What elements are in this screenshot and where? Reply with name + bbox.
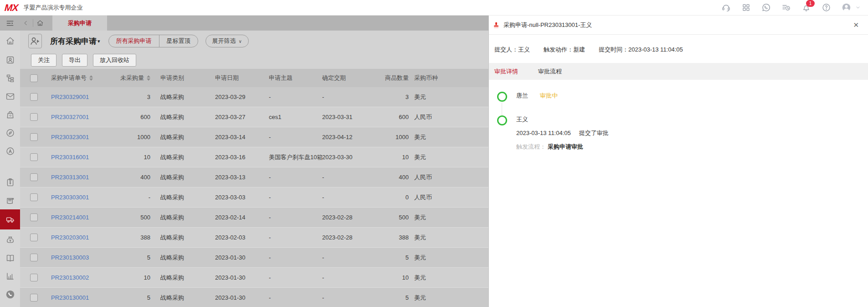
request-number-link[interactable]: PR230327001 [51,114,119,120]
table-row[interactable]: PR230214001500战略采购2023-02-14-2023-02-285… [20,208,488,228]
view-title-dropdown[interactable]: 所有采购申请▾ [50,36,100,47]
action-button-2[interactable]: 放入回收站 [93,54,136,67]
sidebar-item-home[interactable] [0,31,20,50]
sidebar-item-order-receipt[interactable] [0,191,20,209]
whatsapp-icon[interactable] [761,3,771,12]
row-checkbox[interactable] [30,294,38,302]
column-header-label: 未采购量 [120,74,144,82]
action-button-1[interactable]: 导出 [62,54,87,67]
request-number-link[interactable]: PR230316001 [51,154,119,161]
segment-all-requests[interactable]: 所有采购申请 [109,35,159,47]
sidebar-item-service-phone[interactable] [0,285,20,303]
table-cell: 人民币 [409,113,488,121]
table-cell: 10 [375,274,409,281]
table-cell: - [322,274,375,281]
table-cell: 战略采购 [150,113,215,121]
table-row[interactable]: PR23013000210战略采购2023-01-30--10美元 [20,268,488,288]
sidebar-item-ledger-book[interactable] [0,249,20,267]
request-number-link[interactable]: PR230329001 [51,94,119,100]
sidebar-toggle-button[interactable] [0,16,20,31]
bell-icon[interactable]: 1 [801,3,811,12]
table-row[interactable]: PR2301300035战略采购2023-01-30--5美元 [20,248,488,268]
close-icon[interactable]: ✕ [851,20,861,30]
request-number-link[interactable]: PR230313001 [51,174,119,181]
product-bag-icon [5,110,15,120]
topbar-icon-group: 1 [721,3,868,12]
drawer-tab-approval-detail[interactable]: 审批详情 [494,68,518,76]
table-row[interactable]: PR230203001388战略采购2023-02-03-2023-02-283… [20,228,488,248]
table-cell: 美元 [409,234,488,242]
row-checkbox[interactable] [30,213,38,221]
table-cell: 2023-02-28 [322,234,375,241]
table-cell: - [322,194,375,201]
column-header-label: 申请日期 [215,74,239,82]
table-body: PR2303290013战略采购2023-03-29--3美元PR2303270… [20,87,488,307]
table-cell: - [269,214,322,221]
table-cell: 人民币 [409,173,488,182]
drawer-tab-approval-flow[interactable]: 审批流程 [538,68,562,76]
avatar[interactable] [842,3,851,12]
table-row[interactable]: PR23031600110战略采购2023-03-16美国客户刹车盘10箱202… [20,147,488,167]
table-row[interactable]: PR230303001-战略采购2023-03-03--0人民币 [20,187,488,208]
owner-filter-button[interactable] [28,34,42,48]
sort-icon[interactable] [147,75,150,81]
main-content: 采购申请 所有采购申请▾ 所有采购申请星标置顶 展开筛选 ∨ 关注导出放入回收站… [20,16,488,307]
sidebar-item-contacts[interactable] [0,51,20,69]
request-number-link[interactable]: PR230303001 [51,194,119,201]
request-number-link[interactable]: PR230203001 [51,234,119,241]
table-row[interactable]: PR230313001400战略采购2023-03-13--400人民币 [20,167,488,187]
meta-value: 王义 [518,46,530,53]
sidebar-item-mail[interactable] [0,87,20,105]
sidebar-item-a-circle[interactable] [0,142,20,160]
expand-filter-button[interactable]: 展开筛选 ∨ [205,35,249,47]
row-checkbox[interactable] [30,153,38,161]
table-cell: 1000 [119,134,150,140]
table-row[interactable]: PR2303290013战略采购2023-03-29--3美元 [20,87,488,107]
sidebar-item-report-chart[interactable] [0,267,20,285]
headset-icon[interactable] [721,3,731,12]
action-button-0[interactable]: 关注 [31,54,56,67]
tab-purchase-request[interactable]: 采购申请 [52,16,107,31]
sidebar-item-quotation[interactable] [0,173,20,191]
row-checkbox[interactable] [30,234,38,241]
table-cell: 2023-03-29 [215,94,269,100]
row-checkbox[interactable] [30,274,38,281]
row-checkbox[interactable] [30,113,38,121]
sort-icon[interactable] [89,75,93,81]
apps-grid-icon[interactable] [741,3,751,12]
select-all-checkbox[interactable] [30,74,38,82]
home-tab-button[interactable] [34,16,46,31]
row-checkbox[interactable] [30,173,38,181]
order-receipt-icon [5,196,15,205]
sidebar-item-procurement-truck[interactable] [0,209,20,229]
table-row[interactable]: PR230327001600战略采购2023-03-27ces12023-03-… [20,107,488,127]
meta-value: 2023-03-13 11:04:05 [628,46,683,53]
table-cell: 2023-02-28 [322,214,375,221]
row-checkbox[interactable] [30,133,38,141]
back-button[interactable] [20,16,32,31]
table-cell: 2023-04-12 [322,134,375,140]
request-number-link[interactable]: PR230214001 [51,214,119,221]
sidebar-item-compass[interactable] [0,124,20,142]
table-cell: - [322,294,375,301]
sidebar-item-product-bag[interactable] [0,105,20,124]
table-row[interactable]: PR2301300015战略采购2023-01-30--5美元 [20,288,488,307]
request-number-link[interactable]: PR230130002 [51,274,119,281]
row-checkbox[interactable] [30,193,38,201]
request-number-link[interactable]: PR230130003 [51,254,119,261]
activity-log-icon[interactable] [781,3,791,12]
row-checkbox[interactable] [30,254,38,261]
table-row[interactable]: PR2303230011000战略采购2023-03-14-2023-04-12… [20,127,488,147]
segment-starred[interactable]: 星标置顶 [159,35,198,47]
sidebar-item-finance-moneybag[interactable] [0,230,20,249]
request-number-link[interactable]: PR230130001 [51,294,119,301]
table-cell: 400 [119,174,150,181]
request-number-link[interactable]: PR230323001 [51,134,119,140]
sidebar-item-org-tree[interactable] [0,69,20,87]
help-icon[interactable] [822,3,831,12]
chevron-down-icon[interactable] [855,3,861,12]
table-cell: - [269,134,322,140]
approver-name: 王义 [516,115,528,124]
row-checkbox[interactable] [30,93,38,101]
table-cell: 人民币 [409,193,488,202]
